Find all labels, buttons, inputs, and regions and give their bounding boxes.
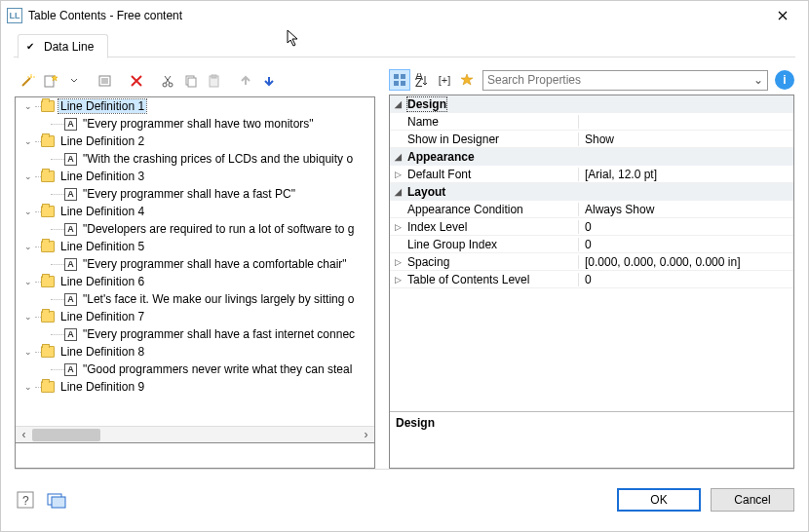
tree-folder-row[interactable]: ⌄Line Definition 5 — [16, 238, 374, 255]
tree-folder-row[interactable]: ⌄Line Definition 7 — [16, 308, 374, 325]
property-row[interactable]: ▷Spacing[0.000, 0.000, 0.000, 0.000 in] — [390, 253, 793, 271]
search-properties[interactable]: ⌄ — [482, 70, 768, 91]
property-value[interactable]: 0 — [579, 273, 793, 286]
tree-folder-row[interactable]: ⌄Line Definition 2 — [16, 133, 374, 150]
collapse-icon[interactable]: ⌄ — [21, 242, 35, 251]
collapse-icon[interactable]: ⌄ — [21, 382, 35, 392]
alphabetical-button[interactable]: AZ — [411, 69, 433, 91]
tree-text-row[interactable]: A"Every programmer shall have a comforta… — [16, 255, 374, 273]
property-name: Line Group Index — [405, 238, 579, 251]
chevron-down-icon[interactable]: ⌄ — [753, 73, 763, 87]
collapse-icon[interactable]: ⌄ — [21, 207, 35, 216]
tree-text-row[interactable]: A"Every programmer shall have a fast PC" — [16, 185, 374, 203]
tree-folder-row[interactable]: ⌄Line Definition 3 — [16, 168, 374, 185]
windows-icon — [46, 490, 67, 510]
property-value[interactable]: Show — [579, 133, 793, 146]
text-icon: A — [64, 223, 77, 236]
expand-icon[interactable]: ▷ — [390, 170, 405, 179]
property-category[interactable]: ◢Appearance — [390, 148, 793, 166]
categorized-button[interactable] — [389, 69, 410, 91]
property-value[interactable]: [Arial, 12.0 pt] — [579, 168, 793, 181]
tree-label: Line Definition 6 — [58, 275, 146, 288]
property-row[interactable]: Show in DesignerShow — [390, 131, 793, 148]
cut-button[interactable] — [157, 70, 178, 92]
scroll-right-icon[interactable]: › — [358, 427, 374, 443]
tree-folder-row[interactable]: ⌄Line Definition 6 — [16, 273, 374, 290]
property-value[interactable]: [0.000, 0.000, 0.000, 0.000 in] — [579, 255, 793, 269]
scroll-left-icon[interactable]: ‹ — [16, 427, 32, 443]
cancel-button[interactable]: Cancel — [711, 488, 794, 512]
collapse-icon[interactable]: ⌄ — [21, 347, 35, 357]
property-row[interactable]: ▷Default Font[Arial, 12.0 pt] — [390, 166, 793, 183]
expand-icon[interactable]: ▷ — [390, 275, 405, 285]
search-input[interactable] — [487, 73, 753, 87]
property-value[interactable]: Always Show — [579, 203, 793, 216]
layout-button[interactable] — [46, 489, 67, 511]
paste-button[interactable] — [204, 70, 225, 92]
property-category[interactable]: ◢Design — [390, 95, 793, 113]
property-row[interactable]: ▷Table of Contents Level0 — [390, 271, 793, 288]
copy-icon — [183, 73, 199, 89]
svg-rect-12 — [394, 74, 399, 79]
check-icon: ✔ — [26, 41, 34, 52]
collapse-icon[interactable]: ◢ — [390, 187, 405, 197]
collapse-icon[interactable]: ◢ — [390, 152, 405, 162]
move-up-button[interactable] — [235, 70, 256, 92]
expand-button[interactable]: [+] — [434, 69, 455, 91]
tree-text-row[interactable]: A"Let's face it. We make our livings lar… — [16, 290, 374, 308]
close-button[interactable] — [763, 2, 802, 29]
tree-folder-row[interactable]: ⌄Line Definition 9 — [16, 378, 374, 396]
tree-label: Line Definition 7 — [58, 310, 146, 323]
title-bar: LL Table Contents - Free content — [1, 1, 808, 30]
dialog-window: LL Table Contents - Free content ✔ Data … — [0, 0, 809, 532]
tree-folder-row[interactable]: ⌄Line Definition 4 — [16, 203, 374, 220]
property-row[interactable]: ▷Index Level0 — [390, 218, 793, 236]
property-row[interactable]: Name — [390, 113, 793, 131]
tab-data-line[interactable]: ✔ Data Line — [18, 34, 108, 58]
tree-label: Line Definition 8 — [58, 345, 146, 359]
horizontal-scrollbar[interactable]: ‹ › — [16, 426, 374, 442]
favorite-button[interactable] — [456, 69, 478, 91]
properties-button[interactable] — [95, 70, 116, 92]
dropdown-button[interactable] — [63, 70, 85, 92]
property-row[interactable]: Appearance ConditionAlways Show — [390, 201, 793, 218]
expand-icon[interactable]: ▷ — [390, 222, 405, 232]
new-line-button[interactable] — [40, 70, 61, 92]
expand-icon[interactable]: ▷ — [390, 257, 405, 267]
tree-text-row[interactable]: A"Every programmer shall have two monito… — [16, 115, 374, 133]
tree-text-row[interactable]: A"Developers are required to run a lot o… — [16, 220, 374, 238]
property-value[interactable]: 0 — [579, 238, 793, 251]
collapse-icon[interactable]: ⌄ — [21, 101, 35, 111]
property-grid[interactable]: ◢DesignNameShow in DesignerShow◢Appearan… — [389, 95, 794, 469]
move-down-button[interactable] — [258, 70, 280, 92]
text-icon: A — [64, 328, 77, 341]
tree-text-row[interactable]: A"Every programmer shall have a fast int… — [16, 325, 374, 343]
line-tree[interactable]: ⌄Line Definition 1A"Every programmer sha… — [15, 96, 375, 443]
property-name: Default Font — [405, 168, 579, 181]
delete-button[interactable] — [126, 70, 147, 92]
tree-folder-row[interactable]: ⌄Line Definition 1 — [16, 97, 374, 115]
collapse-icon[interactable]: ⌄ — [21, 277, 35, 286]
collapse-icon[interactable]: ⌄ — [21, 312, 35, 322]
tree-text-row[interactable]: A"With the crashing prices of LCDs and t… — [16, 150, 374, 168]
copy-button[interactable] — [180, 70, 202, 92]
ok-button[interactable]: OK — [617, 488, 701, 512]
property-name: Table of Contents Level — [405, 273, 579, 286]
folder-icon — [41, 276, 55, 287]
tree-body: ⌄Line Definition 1A"Every programmer sha… — [16, 97, 374, 426]
property-row[interactable]: Line Group Index0 — [390, 236, 793, 253]
new-item-button[interactable] — [17, 70, 38, 92]
scroll-thumb[interactable] — [32, 429, 100, 441]
scroll-track[interactable] — [32, 427, 358, 443]
collapse-icon[interactable]: ⌄ — [21, 136, 35, 146]
document-star-icon — [43, 73, 58, 89]
tree-folder-row[interactable]: ⌄Line Definition 8 — [16, 343, 374, 361]
info-button[interactable]: i — [775, 70, 794, 90]
collapse-icon[interactable]: ◢ — [390, 99, 405, 109]
property-value[interactable]: 0 — [579, 220, 793, 234]
star-icon — [460, 73, 474, 87]
help-button[interactable]: ? — [15, 489, 36, 511]
tree-text-row[interactable]: A"Good programmers never write what they… — [16, 361, 374, 378]
property-category[interactable]: ◢Layout — [390, 183, 793, 201]
collapse-icon[interactable]: ⌄ — [21, 171, 35, 181]
